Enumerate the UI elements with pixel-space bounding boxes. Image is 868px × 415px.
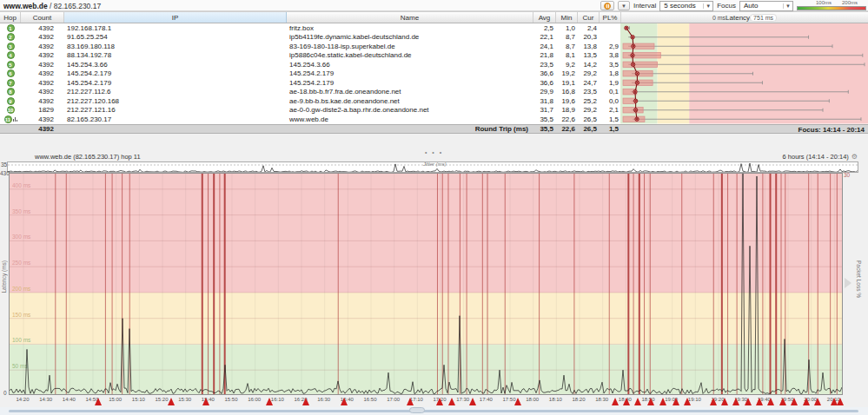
time-tick-label: 14:30 xyxy=(39,397,52,402)
hop-row[interactable]: 2439291.65.25.254ip5b4119fe.dynamic.kabe… xyxy=(0,33,868,43)
time-tick-label: 17:40 xyxy=(480,397,493,402)
timeline-scroll-handle[interactable] xyxy=(409,407,425,413)
hop-row[interactable]: 11439282.165.230.17www.web.de35,522,626,… xyxy=(0,115,868,124)
ip-cell: 212.227.121.16 xyxy=(64,106,287,114)
latency-gradient-bar xyxy=(797,6,866,10)
panel-splitter[interactable]: • • • xyxy=(0,142,868,153)
pl-cell: 2,9 xyxy=(600,43,621,50)
svg-text:400 ms: 400 ms xyxy=(12,182,31,188)
packet-loss-alert-icon xyxy=(756,398,763,405)
hop-row[interactable]: 54392145.254.3.66145.254.3.6623,59,214,2… xyxy=(0,60,868,69)
hop-row[interactable]: 14392192.168.178.1fritz.box2,51,02,4 xyxy=(0,23,868,33)
name-cell: ip5886c04e.static.kabel-deutschland.de xyxy=(287,51,533,59)
timeline-header: www.web.de (82.165.230.17) hop 11 6 hour… xyxy=(0,153,868,161)
count-cell: 4392 xyxy=(21,79,64,87)
packet-loss-alert-icon xyxy=(514,398,521,405)
packet-loss-alert-icon xyxy=(634,398,641,405)
pl-cell: 0,1 xyxy=(600,88,621,96)
hop-row[interactable]: 94392212.227.120.168ae-9.bb-b.bs.kae.de.… xyxy=(0,96,868,106)
target-address: www.web.de / 82.165.230.17 xyxy=(3,2,101,10)
time-tick-label: 15:30 xyxy=(178,397,191,402)
col-header-name[interactable]: Name xyxy=(287,12,533,23)
hop-cell: 5 xyxy=(0,61,21,69)
time-tick-label: 14:40 xyxy=(63,397,76,402)
col-header-cur[interactable]: Cur xyxy=(578,12,600,23)
round-trip-row: 4392 Round Trip (ms) 35,5 22,6 26,5 1,5 … xyxy=(0,124,868,134)
avg-cell: 36,6 xyxy=(533,69,556,77)
expand-panel-arrow-icon[interactable] xyxy=(845,278,851,288)
ip-cell: 145.254.2.179 xyxy=(64,69,287,77)
hop-number-badge: 7 xyxy=(7,79,15,87)
col-header-latency[interactable]: 0 ms Latency 751 ms xyxy=(621,12,868,23)
packet-loss-alert-icon xyxy=(791,398,798,405)
focus-value: Auto xyxy=(744,2,758,10)
min-cell: 19,1 xyxy=(556,79,578,87)
pause-button[interactable] xyxy=(600,1,614,10)
ip-cell: 192.168.178.1 xyxy=(64,24,287,32)
ip-cell: 212.227.112.6 xyxy=(64,88,287,96)
timeline-range-label: 6 hours (14:14 - 20:14) xyxy=(783,153,849,161)
count-cell: 4392 xyxy=(21,97,64,105)
hop-row[interactable]: 101829212.227.121.16ae-0-0.gw-diste2-a.b… xyxy=(0,106,868,115)
min-cell: 1,0 xyxy=(556,24,578,32)
hop-row[interactable]: 64392145.254.2.179145.254.2.17936,619,22… xyxy=(0,69,868,79)
min-cell: 8,7 xyxy=(556,43,578,50)
packet-loss-alert-icon xyxy=(779,398,786,405)
col-header-ip[interactable]: IP xyxy=(64,12,287,23)
col-header-count[interactable]: Count xyxy=(21,12,64,23)
hop-number-badge: 6 xyxy=(7,69,15,77)
packet-loss-alert-icon xyxy=(623,398,630,405)
hop-number-badge: 9 xyxy=(7,97,15,105)
latency-zero-label: 0 ms xyxy=(712,15,726,21)
avg-cell: 21,8 xyxy=(533,51,556,59)
time-tick-label: 15:00 xyxy=(109,397,122,402)
pl-cell: 1,8 xyxy=(600,69,621,77)
time-tick-label: 15:20 xyxy=(155,397,168,402)
name-cell: 145.254.2.179 xyxy=(287,79,533,87)
hop-row[interactable]: 4439288.134.192.78ip5886c04e.static.kabe… xyxy=(0,51,868,61)
latency-timeline-chart[interactable]: 50 ms100 ms150 ms200 ms250 ms300 ms350 m… xyxy=(9,173,843,395)
time-tick-label: 15:10 xyxy=(132,397,145,402)
time-tick-label: 18:30 xyxy=(595,397,608,402)
target-separator: / xyxy=(48,2,54,10)
latency-max-label: 751 ms xyxy=(750,14,777,22)
packet-loss-alert-icon xyxy=(266,398,273,405)
avg-cell: 2,5 xyxy=(533,24,556,32)
gear-icon[interactable]: ⚙ xyxy=(851,154,858,161)
avg-cell: 31,8 xyxy=(533,97,556,105)
packet-loss-alert-icon xyxy=(202,398,209,405)
col-header-pl[interactable]: PL% xyxy=(600,12,621,23)
count-cell: 4392 xyxy=(21,88,64,96)
pl-cell: 3,5 xyxy=(600,61,621,69)
focus-select[interactable]: Auto ▼ xyxy=(739,1,793,11)
cur-cell: 24,7 xyxy=(578,79,600,87)
avg-cell: 29,9 xyxy=(533,88,556,96)
pause-dropdown-button[interactable]: ▼ xyxy=(618,1,630,10)
name-cell: ae-9.bb-b.bs.kae.de.oneandone.net xyxy=(287,97,533,105)
hop-number-badge: 3 xyxy=(7,43,15,50)
packet-loss-alert-icon xyxy=(673,398,679,405)
packet-loss-alert-icon xyxy=(168,398,175,405)
svg-text:250 ms: 250 ms xyxy=(12,260,31,266)
timeline-scrollbar[interactable] xyxy=(9,410,858,412)
col-header-min[interactable]: Min xyxy=(556,12,578,23)
name-cell: 145.254.2.179 xyxy=(287,69,533,77)
packet-loss-alert-icon xyxy=(95,398,102,405)
interval-select[interactable]: 5 seconds ▼ xyxy=(659,1,713,11)
col-header-hop[interactable]: Hop xyxy=(0,12,21,23)
loss-axis-max: 30 xyxy=(844,172,850,178)
summary-avg: 35,5 xyxy=(533,125,556,133)
chevron-down-icon: ▼ xyxy=(703,3,711,9)
min-cell: 9,2 xyxy=(556,61,578,69)
col-header-avg[interactable]: Avg xyxy=(533,12,556,23)
hop-number-badge: 2 xyxy=(7,33,15,41)
packet-loss-alert-icon xyxy=(745,398,752,405)
count-cell: 4392 xyxy=(21,51,64,59)
hop-row[interactable]: 3439283.169.180.11883-169-180-118-isp.su… xyxy=(0,42,868,51)
ip-cell: 88.134.192.78 xyxy=(64,51,287,59)
packet-loss-alert-icon xyxy=(647,398,654,405)
hop-row[interactable]: 84392212.227.112.6ae-18.bb-b.fr7.fra.de.… xyxy=(0,88,868,97)
timeline-range[interactable]: 6 hours (14:14 - 20:14) ⚙ xyxy=(783,153,858,161)
time-tick-label: 16:50 xyxy=(363,397,376,402)
hop-row[interactable]: 74392145.254.2.179145.254.2.17936,619,12… xyxy=(0,78,868,88)
